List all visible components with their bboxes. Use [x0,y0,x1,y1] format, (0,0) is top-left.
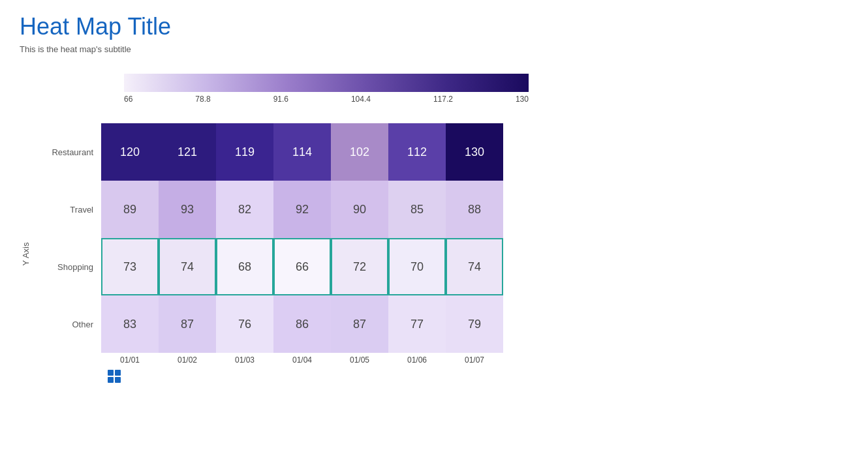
legend-labels: 6678.891.6104.4117.2130 [124,95,529,104]
cell: 114 [273,123,331,181]
subtitle: This is the heat map's subtitle [20,44,848,54]
cell: 79 [446,295,503,353]
cell: 77 [388,295,446,353]
grid-row: Travel89938292908588 [36,181,503,238]
cell: 90 [331,181,388,238]
grid-view-icon[interactable] [101,368,127,384]
cell: 73 [101,238,159,295]
legend-label: 117.2 [433,95,453,104]
svg-rect-2 [108,377,114,383]
x-label: 01/07 [446,355,503,365]
svg-rect-0 [108,370,114,376]
grid-row: Other83877686877779 [36,295,503,353]
grid-row: Restaurant120121119114102112130 [36,123,503,181]
cell: 74 [159,238,216,295]
grid-with-labels: Restaurant120121119114102112130Travel899… [36,123,503,384]
x-label: 01/06 [388,355,446,365]
cell: 112 [388,123,446,181]
cell: 93 [159,181,216,238]
x-label: 01/01 [101,355,159,365]
legend-segment [448,74,529,92]
cell: 85 [388,181,446,238]
row-label: Travel [36,205,101,215]
icon-row [36,366,503,384]
legend-label: 104.4 [351,95,371,104]
y-axis-label-container: Y Axis [20,123,33,384]
legend-segment [124,74,205,92]
cell: 86 [273,295,331,353]
cell: 72 [331,238,388,295]
cell: 68 [216,238,273,295]
cell: 66 [273,238,331,295]
page-title: Heat Map Title [20,13,848,40]
chart-area: Y Axis Restaurant120121119114102112130Tr… [20,123,848,384]
row-label: Other [36,320,101,329]
icon-spacer [36,366,101,384]
grid-row: Shopping73746866727074 [36,238,503,295]
cell: 70 [388,238,446,295]
svg-rect-1 [115,370,121,376]
grid-cells: 89938292908588 [101,181,503,238]
cell: 76 [216,295,273,353]
legend-container: 6678.891.6104.4117.2130 [124,74,848,104]
legend-label: 66 [124,95,132,104]
cell: 119 [216,123,273,181]
cell: 102 [331,123,388,181]
legend-segment [205,74,286,92]
legend-label: 130 [516,95,529,104]
svg-rect-3 [115,377,121,383]
x-label: 01/02 [159,355,216,365]
cell: 87 [159,295,216,353]
cell: 130 [446,123,503,181]
cell: 88 [446,181,503,238]
cell: 92 [273,181,331,238]
x-labels: 01/0101/0201/0301/0401/0501/0601/07 [101,355,503,365]
cell: 89 [101,181,159,238]
cell: 120 [101,123,159,181]
row-label: Restaurant [36,147,101,157]
grid-cells: 120121119114102112130 [101,123,503,181]
row-label: Shopping [36,262,101,272]
cell: 83 [101,295,159,353]
cell: 82 [216,181,273,238]
legend-segment [286,74,367,92]
cell: 74 [446,238,503,295]
x-label: 01/04 [273,355,331,365]
grid-cells: 73746866727074 [101,238,503,295]
grid-cells: 83877686877779 [101,295,503,353]
legend-bar [124,74,529,92]
x-label: 01/03 [216,355,273,365]
x-axis-row: 01/0101/0201/0301/0401/0501/0601/07 [36,355,503,365]
legend-label: 91.6 [273,95,288,104]
x-label: 01/05 [331,355,388,365]
cell: 87 [331,295,388,353]
legend-segment [367,74,448,92]
y-axis-label: Y Axis [22,242,31,265]
legend-label: 78.8 [195,95,210,104]
cell: 121 [159,123,216,181]
